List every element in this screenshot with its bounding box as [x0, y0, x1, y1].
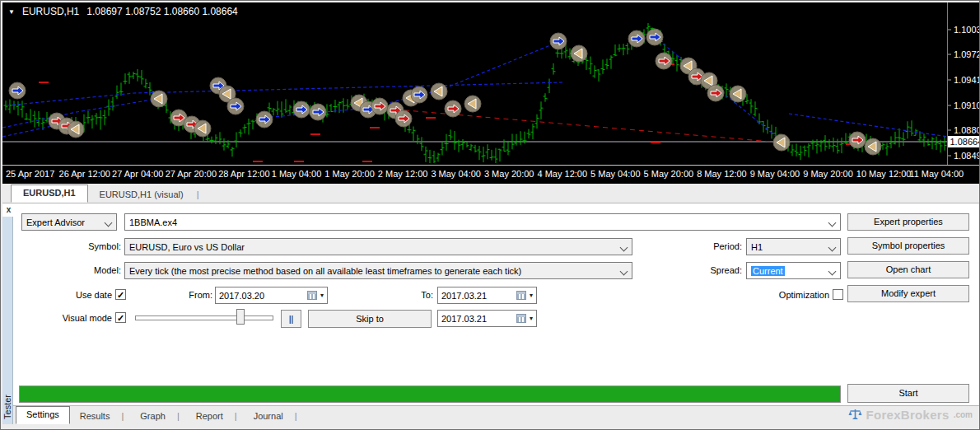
svg-text:1.08800: 1.08800 [954, 125, 979, 135]
expert-properties-button[interactable]: Expert properties [847, 213, 969, 231]
check-icon: ✓ [117, 290, 124, 300]
period-value: H1 [751, 242, 763, 252]
use-date-label: Use date [42, 287, 112, 304]
expert-type-value: Expert Advisor [26, 217, 85, 227]
symbol-label: Symbol: [49, 238, 121, 255]
svg-text:5 May 04:00: 5 May 04:00 [590, 169, 641, 179]
svg-text:1 May 20:00: 1 May 20:00 [324, 169, 375, 179]
tester-panel: x Expert Advisor 1BBMA.ex4 Expert proper… [2, 203, 979, 405]
price-chart-panel[interactable]: 1.100301.097251.094151.091051.088001.084… [2, 2, 979, 184]
tab-journal[interactable]: Journal [244, 409, 304, 424]
svg-text:3 May 04:00: 3 May 04:00 [431, 169, 481, 179]
svg-text:1.09415: 1.09415 [954, 75, 979, 85]
chevron-down-icon [620, 244, 628, 252]
tab-eurusd-h1-visual[interactable]: EURUSD,H1 (visual) [88, 187, 208, 203]
tester-tab-bar: Settings Results Graph Report Journal [2, 405, 979, 424]
trade-markers [9, 29, 881, 155]
svg-text:28 Apr 12:00: 28 Apr 12:00 [218, 169, 269, 179]
svg-text:1 May 04:00: 1 May 04:00 [272, 169, 322, 179]
spread-label: Spread: [684, 262, 742, 279]
tab-settings[interactable]: Settings [16, 406, 70, 424]
tab-eurusd-h1[interactable]: EURUSD,H1 [11, 185, 88, 203]
calendar-icon[interactable] [516, 291, 526, 300]
svg-text:1.09105: 1.09105 [954, 100, 979, 110]
to-date-field[interactable]: 2017.03.21 ▾ [437, 287, 537, 304]
svg-text:1.10030: 1.10030 [954, 25, 979, 35]
svg-text:2 May 12:00: 2 May 12:00 [378, 169, 428, 179]
svg-text:3 May 20:00: 3 May 20:00 [484, 169, 534, 179]
symbol-properties-button[interactable]: Symbol properties [847, 237, 969, 255]
price-chart[interactable]: 1.100301.097251.094151.091051.088001.084… [2, 2, 979, 184]
start-button[interactable]: Start [847, 384, 969, 403]
tester-side-strip[interactable]: Tester [2, 217, 13, 424]
open-chart-button[interactable]: Open chart [847, 261, 969, 278]
visual-mode-checkbox[interactable]: ✓ [115, 312, 126, 323]
tab-graph[interactable]: Graph [130, 409, 185, 424]
pause-button[interactable]: || [281, 310, 301, 328]
calendar-icon[interactable] [516, 314, 526, 323]
expert-name-combo[interactable]: 1BBMA.ex4 [124, 213, 841, 231]
expert-type-select[interactable]: Expert Advisor [21, 213, 117, 231]
svg-text:9 May 04:00: 9 May 04:00 [750, 169, 800, 179]
date-dropdown-icon[interactable]: ▾ [530, 292, 533, 299]
spread-combo[interactable]: Current [746, 262, 841, 279]
chevron-down-icon [620, 268, 628, 276]
close-icon[interactable]: x [4, 206, 13, 215]
svg-text:8 May 12:00: 8 May 12:00 [697, 169, 747, 179]
svg-text:1.08664: 1.08664 [950, 137, 980, 147]
to-date-value: 2017.03.21 [441, 291, 513, 301]
svg-text:5 May 20:00: 5 May 20:00 [644, 169, 694, 179]
svg-text:1.08490: 1.08490 [954, 151, 979, 161]
svg-text:27 Apr 20:00: 27 Apr 20:00 [166, 169, 217, 179]
calendar-icon[interactable] [307, 291, 317, 300]
svg-text:10 May 12:00: 10 May 12:00 [856, 169, 912, 179]
period-label: Period: [684, 238, 742, 255]
use-date-checkbox[interactable]: ✓ [115, 289, 126, 300]
date-dropdown-icon[interactable]: ▾ [320, 292, 324, 299]
progress-fill [20, 386, 840, 402]
symbol-value: EURUSD, Euro vs US Dollar [129, 242, 245, 252]
chevron-down-icon [828, 219, 837, 227]
symbol-select[interactable]: EURUSD, Euro vs US Dollar [124, 238, 632, 255]
model-label: Model: [49, 262, 121, 279]
svg-text:25 Apr 2017: 25 Apr 2017 [6, 169, 54, 179]
to-label: To: [408, 287, 433, 304]
from-label: From: [175, 287, 212, 304]
optimization-label: Optimization [775, 287, 829, 304]
chart-tab-bar: EURUSD,H1 EURUSD,H1 (visual) [2, 184, 979, 203]
period-select[interactable]: H1 [746, 238, 841, 255]
chart-dropdown-icon[interactable]: ▼ [8, 8, 15, 16]
chevron-down-icon [828, 268, 837, 276]
chart-symbol: EURUSD,H1 [22, 6, 79, 17]
model-select[interactable]: Every tick (the most precise method base… [124, 262, 632, 279]
skip-to-date-field[interactable]: 2017.03.21 ▾ [437, 310, 537, 327]
tab-results[interactable]: Results [70, 409, 131, 424]
visual-slider-handle[interactable] [236, 309, 245, 325]
skip-to-date-value: 2017.03.21 [441, 314, 513, 324]
spread-value: Current [751, 266, 785, 276]
optimization-checkbox[interactable] [833, 289, 843, 300]
chart-ohlc-values: 1.08697 1.08752 1.08660 1.08664 [86, 6, 238, 17]
visual-speed-slider-track[interactable] [135, 315, 273, 320]
chart-axes: 1.100301.097251.094151.091051.088001.084… [2, 2, 979, 179]
svg-text:4 May 12:00: 4 May 12:00 [538, 169, 588, 179]
modify-expert-button[interactable]: Modify expert [847, 285, 969, 302]
visual-mode-label: Visual mode [42, 310, 112, 327]
tab-report[interactable]: Report [186, 409, 244, 424]
scales-icon [848, 409, 862, 421]
svg-text:26 Apr 12:00: 26 Apr 12:00 [59, 169, 110, 179]
check-icon: ✓ [117, 313, 124, 323]
model-value: Every tick (the most precise method base… [129, 266, 521, 276]
svg-text:1.09725: 1.09725 [954, 49, 979, 59]
watermark-tld: .com [954, 410, 973, 419]
chevron-down-icon [828, 244, 837, 252]
svg-text:11 May 04:00: 11 May 04:00 [909, 169, 964, 179]
skip-to-button[interactable]: Skip to [308, 310, 432, 328]
date-dropdown-icon[interactable]: ▾ [530, 315, 533, 322]
from-date-value: 2017.03.20 [219, 291, 304, 301]
watermark-name: ForexBrokers [866, 408, 950, 422]
forexbrokers-watermark: ForexBrokers .com [848, 408, 973, 422]
expert-name-value: 1BBMA.ex4 [129, 217, 177, 227]
from-date-field[interactable]: 2017.03.20 ▾ [215, 287, 328, 304]
svg-text:9 May 20:00: 9 May 20:00 [803, 169, 853, 179]
